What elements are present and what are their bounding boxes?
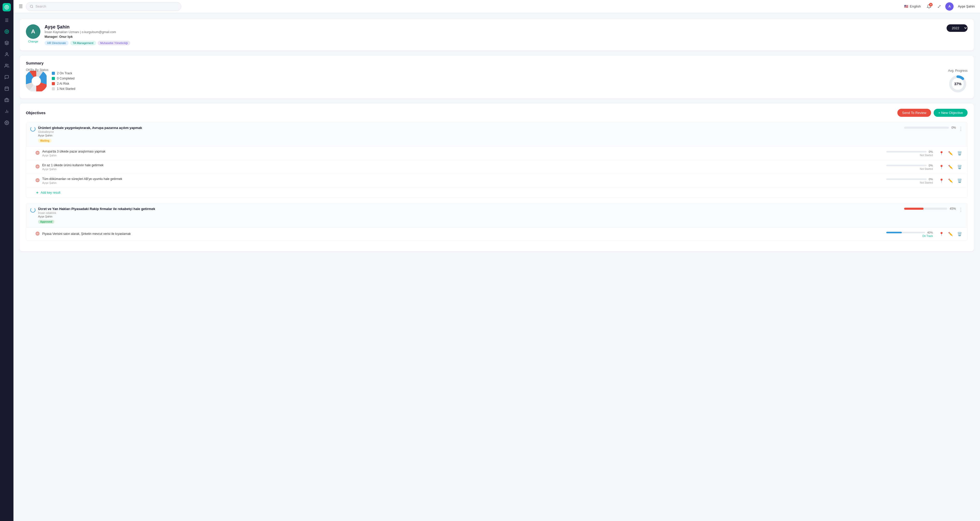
objective-progress-1: 0%	[904, 126, 956, 129]
tag-ta: TA Management	[70, 41, 96, 45]
kr-edit-btn-1[interactable]: ✏️	[947, 150, 954, 157]
kr-progress-wrap-1: 0% Not Started	[886, 150, 933, 157]
flag-icon: 🇺🇸	[904, 5, 908, 8]
objective-spinning-icon-2	[30, 207, 35, 213]
kr-delete-btn-4[interactable]: 🗑️	[956, 231, 963, 237]
year-selector[interactable]: 2022 2023 2021	[947, 24, 967, 32]
kr-delete-btn-2[interactable]: 🗑️	[956, 164, 963, 170]
user-avatar[interactable]: A	[945, 2, 954, 11]
svg-point-29	[37, 166, 38, 167]
key-result-row-4: Piyasa Verisini satın alarak, Şirketin m…	[26, 228, 967, 241]
notif-count: 5	[929, 3, 932, 6]
sidebar-home-icon[interactable]	[2, 27, 11, 36]
kr-owner-3: Ayşe Şahin	[42, 181, 886, 184]
objectives-title: Objectives	[26, 111, 46, 115]
sidebar-calendar-icon[interactable]	[2, 84, 11, 93]
svg-rect-6	[5, 87, 8, 91]
sidebar-user-icon[interactable]	[2, 50, 11, 59]
kr-pin-btn-1[interactable]: 📍	[938, 150, 945, 157]
objective-group-2: Ücret ve Yan Hakları Piyasadaki Rakip fi…	[26, 203, 967, 241]
objective-owner-2: Ayşe Şahin	[38, 215, 904, 218]
send-to-review-button[interactable]: Send To Review	[897, 109, 931, 117]
legend-completed-label: 0 Completed	[57, 77, 75, 80]
svg-point-4	[6, 52, 8, 54]
pie-chart	[26, 71, 47, 91]
search-icon	[30, 5, 33, 8]
summary-card: Summary OKRs By Status	[20, 56, 974, 98]
objective-more-btn-1[interactable]: ⋮	[958, 126, 963, 132]
objective-badge-2: Approved	[38, 220, 54, 224]
avg-progress: Avg. Progress 37%	[948, 69, 967, 93]
profile-card: A Change Ayşe Şahin İnsan Kaynakları Uzm…	[20, 19, 974, 51]
kr-actions-4: 📍 ✏️ 🗑️	[938, 231, 963, 237]
kr-actions-1: 📍 ✏️ 🗑️	[938, 150, 963, 157]
obj-percent-1: 0%	[951, 126, 956, 129]
kr-actions-3: 📍 ✏️ 🗑️	[938, 177, 963, 184]
sidebar-goals-icon[interactable]	[2, 38, 11, 48]
kr-actions-2: 📍 ✏️ 🗑️	[938, 164, 963, 170]
kr-progress-wrap-3: 0% Not Started	[886, 178, 933, 184]
kr-edit-btn-3[interactable]: ✏️	[947, 177, 954, 184]
kr-delete-btn-3[interactable]: 🗑️	[956, 177, 963, 184]
kr-bar-3	[886, 178, 927, 180]
sidebar-reports-icon[interactable]	[2, 107, 11, 116]
change-avatar-link[interactable]: Change	[28, 40, 38, 43]
add-kr-label-1: Add key result	[41, 191, 60, 194]
tag-hr: HR Directorate	[45, 41, 68, 45]
legend-not-started: 1 Not Started	[52, 87, 75, 91]
sidebar-settings-icon[interactable]	[2, 118, 11, 127]
expand-icon[interactable]: ⤢	[937, 4, 941, 10]
objective-category-2: İnsan odaklılık	[38, 211, 904, 214]
legend-not-started-label: 1 Not Started	[57, 87, 75, 91]
kr-owner-2: Ayşe Şahin	[42, 168, 886, 171]
svg-point-0	[5, 5, 9, 10]
navbar: ☰ Search 🇺🇸 English 5 ⤢ A Ayşe Şahin	[13, 0, 980, 13]
objective-more-btn-2[interactable]: ⋮	[958, 207, 963, 213]
language-label: English	[910, 5, 921, 8]
legend-dot-not-started	[52, 87, 55, 91]
kr-info-1: Avrupa'da 3 ülkede pazar araştırması yap…	[42, 150, 886, 157]
avg-percent-label: 37%	[954, 82, 961, 86]
sidebar-team-icon[interactable]	[2, 61, 11, 70]
user-name-label[interactable]: Ayşe Şahin	[958, 5, 975, 8]
donut-chart: 37%	[948, 75, 967, 93]
sidebar-chat-icon[interactable]	[2, 73, 11, 82]
legend-on-track: 2 On Track	[52, 71, 75, 75]
kr-edit-btn-2[interactable]: ✏️	[947, 164, 954, 170]
objectives-header: Objectives Send To Review + New Objectiv…	[26, 109, 967, 117]
app-logo[interactable]	[3, 3, 11, 11]
profile-name: Ayşe Şahin	[45, 24, 942, 30]
kr-title-3: Tüm dökümanları ve süreçleri AB'ye uyuml…	[42, 177, 886, 181]
objective-info-1: Ürünleri globale yaygınlaştırarak, Avrup…	[38, 126, 904, 143]
navbar-right: 🇺🇸 English 5 ⤢ A Ayşe Şahin	[904, 2, 975, 11]
kr-info-4: Piyasa Verisini satın alarak, Şirketin m…	[42, 232, 886, 236]
objective-title-1[interactable]: Ürünleri globale yaygınlaştırarak, Avrup…	[38, 126, 904, 130]
kr-bar-row-1: 0%	[886, 150, 933, 153]
content-area: A Change Ayşe Şahin İnsan Kaynakları Uzm…	[13, 13, 980, 521]
summary-title: Summary	[26, 61, 967, 65]
kr-bar-fill-4	[886, 232, 902, 233]
objective-info-2: Ücret ve Yan Hakları Piyasadaki Rakip fi…	[38, 207, 904, 224]
kr-progress-wrap-2: 0% Not Started	[886, 164, 933, 170]
search-bar[interactable]: Search	[26, 2, 181, 11]
objective-title-2[interactable]: Ücret ve Yan Hakları Piyasadaki Rakip fi…	[38, 207, 904, 211]
kr-pin-btn-4[interactable]: 📍	[938, 231, 945, 237]
sidebar-menu-icon[interactable]: ☰	[2, 16, 11, 25]
kr-edit-btn-4[interactable]: ✏️	[947, 231, 954, 237]
kr-percent-3: 0%	[929, 178, 933, 181]
legend-at-risk-label: 2 At Risk	[57, 82, 69, 86]
sidebar-work-icon[interactable]	[2, 95, 11, 105]
add-kr-row-1[interactable]: Add key result	[26, 188, 967, 198]
objectives-section: Objectives Send To Review + New Objectiv…	[20, 103, 974, 251]
objective-progress-2: 45%	[904, 207, 956, 211]
new-objective-button[interactable]: + New Objective	[934, 109, 967, 117]
kr-pin-btn-2[interactable]: 📍	[938, 164, 945, 170]
notification-button[interactable]: 5	[925, 2, 933, 11]
kr-delete-btn-1[interactable]: 🗑️	[956, 150, 963, 157]
kr-pin-btn-3[interactable]: 📍	[938, 177, 945, 184]
menu-toggle-icon[interactable]: ☰	[19, 4, 23, 10]
obj-progress-bar-2	[904, 208, 947, 210]
manager-name: Onur Işık	[59, 35, 73, 38]
kr-target-icon-1	[35, 151, 40, 156]
language-selector[interactable]: 🇺🇸 English	[904, 5, 921, 8]
